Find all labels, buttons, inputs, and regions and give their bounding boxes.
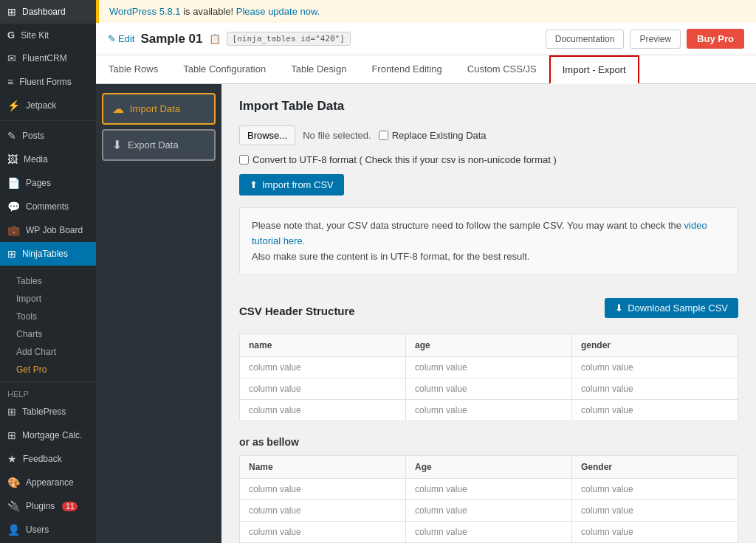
top-bar: ✎ Edit Sample 01 📋 [ninja_tables id="420…	[96, 23, 756, 55]
sidebar-item-fluentcrm[interactable]: ✉ FluentCRM	[0, 46, 96, 70]
tablepress-icon: ⊞	[7, 406, 16, 418]
table1-header-name: name	[240, 334, 406, 357]
table-cell: column value	[240, 479, 406, 500]
pages-icon: 📄	[7, 177, 20, 189]
shortcode-badge: [ninja_tables id="420"]	[227, 32, 351, 46]
table-cell: column value	[572, 357, 738, 378]
sidebar-item-pages[interactable]: 📄 Pages	[0, 171, 96, 195]
export-data-button[interactable]: ⬇ Export Data	[102, 129, 216, 161]
csv-section-header: CSV Header Structure ⬇ Download Sample C…	[239, 290, 738, 326]
info-box: Please note that, your CSV data structur…	[239, 207, 738, 275]
import-cloud-icon: ☁	[112, 102, 124, 116]
sitekit-icon: G	[7, 30, 15, 41]
table-cell: column value	[406, 522, 572, 543]
tab-import-export[interactable]: Import - Export	[549, 55, 639, 84]
mortgage-icon: ⊞	[7, 429, 16, 441]
edit-pencil-icon: ✎	[108, 33, 116, 44]
tab-table-config[interactable]: Table Configuration	[171, 55, 278, 84]
side-panel: ☁ Import Data ⬇ Export Data	[96, 84, 221, 543]
table-cell: column value	[572, 479, 738, 500]
wpjobboard-icon: 💼	[7, 224, 20, 236]
sidebar-sub-tools[interactable]: Tools	[0, 308, 96, 325]
top-bar-left: ✎ Edit Sample 01 📋 [ninja_tables id="420…	[108, 32, 351, 46]
replace-existing-label[interactable]: Replace Existing Data	[379, 130, 487, 141]
download-sample-csv-button[interactable]: ⬇ Download Sample CSV	[605, 298, 738, 318]
sidebar-item-feedback[interactable]: ★ Feedback	[0, 447, 96, 471]
notice-bar: WordPress 5.8.1 is available! Please upd…	[96, 0, 756, 23]
sidebar-item-ninjatables[interactable]: ⊞ NinjaTables	[0, 242, 96, 266]
tab-custom-css-js[interactable]: Custom CSS/JS	[455, 55, 549, 84]
update-now-link[interactable]: Please update now.	[236, 6, 320, 17]
table2-header-name: Name	[240, 456, 406, 479]
posts-icon: ✎	[7, 130, 16, 142]
table-cell: column value	[240, 522, 406, 543]
sidebar-item-sitekit[interactable]: G Site Kit	[0, 24, 96, 46]
tab-table-design[interactable]: Table Design	[278, 55, 359, 84]
plugins-icon: 🔌	[7, 500, 20, 512]
tab-frontend-editing[interactable]: Frontend Editing	[359, 55, 454, 84]
tabs-bar: Table Rows Table Configuration Table Des…	[96, 55, 756, 84]
table-row: column valuecolumn valuecolumn value	[240, 357, 738, 378]
import-data-button[interactable]: ☁ Import Data	[102, 93, 216, 125]
sidebar-sub-charts[interactable]: Charts	[0, 325, 96, 343]
sidebar-sub-tables[interactable]: Tables	[0, 272, 96, 290]
dashboard-icon: ⊞	[7, 6, 16, 18]
tab-table-rows[interactable]: Table Rows	[96, 55, 171, 84]
table-cell: column value	[572, 378, 738, 400]
sidebar-sub-getpro[interactable]: Get Pro	[0, 361, 96, 378]
main-content: WordPress 5.8.1 is available! Please upd…	[96, 0, 756, 543]
comments-icon: 💬	[7, 201, 20, 212]
sidebar-item-appearance[interactable]: 🎨 Appearance	[0, 471, 96, 494]
table-cell: column value	[240, 378, 406, 400]
import-section-title: Import Table Data	[239, 99, 738, 114]
appearance-icon: 🎨	[7, 477, 20, 488]
sidebar-item-mortgage[interactable]: ⊞ Mortgage Calc.	[0, 423, 96, 447]
table-cell: column value	[572, 500, 738, 522]
table-cell: column value	[240, 400, 406, 421]
convert-utf8-row: Convert to UTF-8 format ( Check this if …	[239, 154, 738, 165]
sidebar-sub-addchart[interactable]: Add Chart	[0, 343, 96, 361]
edit-link[interactable]: ✎ Edit	[108, 33, 134, 44]
sidebar-item-comments[interactable]: 💬 Comments	[0, 195, 96, 218]
feedback-icon: ★	[7, 453, 17, 465]
import-from-csv-button[interactable]: ⬆ Import from CSV	[239, 174, 344, 196]
buy-pro-button[interactable]: Buy Pro	[687, 29, 744, 49]
table1-header-gender: gender	[572, 334, 738, 357]
table-cell: column value	[572, 522, 738, 543]
csv-table-1: name age gender column valuecolumn value…	[239, 333, 738, 421]
sidebar: ⊞ Dashboard G Site Kit ✉ FluentCRM ≡ Flu…	[0, 0, 96, 543]
sidebar-item-plugins[interactable]: 🔌 Plugins 11	[0, 494, 96, 518]
documentation-button[interactable]: Documentation	[546, 30, 625, 49]
sidebar-item-dashboard[interactable]: ⊞ Dashboard	[0, 0, 96, 24]
export-download-icon: ⬇	[112, 138, 122, 152]
sidebar-item-wpjobboard[interactable]: 💼 WP Job Board	[0, 218, 96, 242]
preview-button[interactable]: Preview	[630, 30, 681, 49]
table-cell: column value	[240, 500, 406, 522]
table-row: column valuecolumn valuecolumn value	[240, 378, 738, 400]
browse-button[interactable]: Browse...	[239, 125, 295, 145]
sidebar-item-users[interactable]: 👤 Users	[0, 518, 96, 542]
table-cell: column value	[406, 357, 572, 378]
fluentforms-icon: ≡	[7, 76, 13, 88]
sidebar-item-media[interactable]: 🖼 Media	[0, 148, 96, 171]
table-cell: column value	[406, 479, 572, 500]
sidebar-item-posts[interactable]: ✎ Posts	[0, 124, 96, 148]
sidebar-item-fluentforms[interactable]: ≡ Fluent Forms	[0, 70, 96, 94]
table1-header-age: age	[406, 334, 572, 357]
page-title: Sample 01	[140, 32, 202, 46]
table-row: column valuecolumn valuecolumn value	[240, 400, 738, 421]
wordpress-version-link[interactable]: WordPress 5.8.1	[109, 6, 181, 17]
main-panel: Import Table Data Browse... No file sele…	[221, 84, 756, 543]
table-cell: column value	[572, 400, 738, 421]
sidebar-sub-import[interactable]: Import	[0, 290, 96, 308]
table-cell: column value	[406, 378, 572, 400]
csv-header-title: CSV Header Structure	[239, 305, 355, 317]
csv-table-2: Name Age Gender column valuecolumn value…	[239, 455, 738, 543]
ninjatables-icon: ⊞	[7, 248, 16, 260]
sidebar-item-jetpack[interactable]: ⚡ Jetpack	[0, 94, 96, 117]
notice-available-text: is available!	[183, 6, 236, 17]
sidebar-item-tablepress[interactable]: ⊞ TablePress	[0, 400, 96, 423]
convert-utf8-checkbox[interactable]	[239, 155, 249, 165]
replace-existing-checkbox[interactable]	[379, 131, 388, 140]
or-as-bellow-label: or as bellow	[239, 436, 738, 448]
